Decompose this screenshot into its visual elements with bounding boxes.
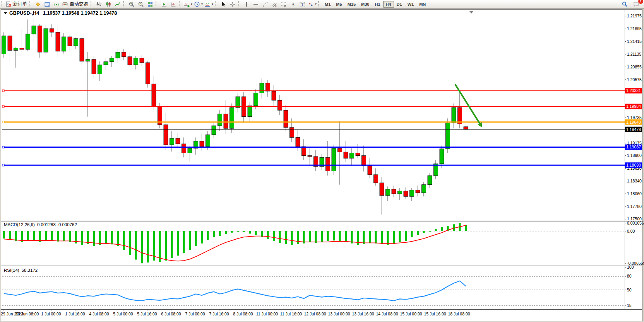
macd-histogram-bar: [159, 231, 161, 262]
macd-histogram-bar: [315, 231, 317, 243]
vertical-line-button[interactable]: [242, 0, 251, 8]
toolbar-grip: [1, 1, 3, 7]
rsi-axis-label: 100: [627, 265, 634, 269]
time-axis-label: 15 Jul 00:00: [400, 312, 422, 316]
chevron-down-icon[interactable]: ▾: [191, 2, 192, 6]
price-tick-label: 1.17780: [627, 204, 642, 209]
time-axis-label: 30 Jun 08:00: [15, 312, 39, 316]
signals-button[interactable]: [52, 0, 61, 8]
period-button-h1[interactable]: H1: [372, 1, 383, 8]
period-button-h4[interactable]: H4: [383, 1, 394, 8]
zoom-out-button[interactable]: [136, 0, 146, 8]
market-watch-button[interactable]: [33, 0, 43, 8]
bar-chart-button[interactable]: [94, 0, 104, 8]
bull-candle: [188, 148, 192, 153]
bear-candle: [80, 39, 84, 61]
bear-candle: [326, 157, 330, 171]
macd-histogram-bar: [291, 231, 293, 245]
chevron-down-icon[interactable]: ▾: [212, 2, 213, 6]
bull-candle: [422, 185, 426, 193]
bull-candle: [410, 190, 414, 196]
macd-histogram-bar: [189, 231, 191, 250]
toolbar-group: 新订单: [5, 0, 29, 8]
indicators-button[interactable]: ▾: [183, 0, 193, 8]
bull-candle: [86, 60, 90, 61]
toolbar-grip: [91, 1, 93, 7]
chevron-down-icon[interactable]: ▾: [315, 2, 317, 6]
new-order-icon: [5, 1, 12, 7]
fibonacci-button[interactable]: F: [279, 0, 288, 8]
new-order-button[interactable]: 新订单: [5, 0, 29, 8]
bear-candle: [50, 29, 54, 32]
time-axis-label: 7 Jul 00:00: [185, 312, 205, 316]
bull-candle: [260, 83, 264, 93]
zoom-in-button[interactable]: [127, 0, 136, 8]
line-chart-button[interactable]: [113, 0, 122, 8]
macd-histogram-bar: [381, 231, 383, 244]
macd-histogram-bar: [93, 231, 95, 246]
autotrading-icon: [62, 1, 68, 7]
toolbar-group: [159, 0, 178, 8]
text-button[interactable]: A: [288, 0, 298, 8]
bull-candle: [44, 29, 48, 52]
bear-candle: [140, 58, 144, 63]
period-button-m30[interactable]: M30: [358, 1, 372, 8]
trendline-button[interactable]: [260, 0, 270, 8]
horizontal-line-button[interactable]: [251, 0, 260, 8]
search-button[interactable]: [620, 0, 629, 8]
notifications-button[interactable]: 1: [632, 0, 641, 8]
zoom-in-icon: [128, 1, 135, 7]
chevron-down-icon[interactable]: ▾: [201, 2, 203, 6]
chart-symbol-ohlc: GBPUSD-,H41.19537 1.19548 1.19472 1.1947…: [9, 10, 117, 16]
toolbar-group: [127, 0, 155, 8]
crosshair-button[interactable]: [228, 0, 237, 8]
data-window-button[interactable]: [43, 0, 52, 8]
period-button-m1[interactable]: M1: [322, 1, 333, 8]
bull-candle: [440, 149, 444, 164]
bear-candle: [122, 52, 126, 57]
bear-candle: [224, 114, 228, 129]
macd-histogram-bar: [219, 231, 221, 236]
bear-candle: [416, 190, 420, 193]
toolbar-group: ▾▾▾: [183, 0, 214, 8]
autotrading-button[interactable]: 自动交易: [61, 0, 90, 8]
cursor-button[interactable]: [219, 0, 228, 8]
macd-histogram-bar: [375, 231, 377, 244]
tiles-icon: [147, 1, 153, 7]
macd-histogram-bar: [27, 231, 29, 241]
time-axis-label: 13 Jul 16:00: [352, 312, 374, 316]
chart-bars-icon: [96, 1, 102, 7]
auto-scroll-button[interactable]: [159, 0, 169, 8]
toolbar-group: [219, 0, 237, 8]
equidistant-channel-button[interactable]: E: [270, 0, 279, 8]
time-axis-label: 11 Jul 00:00: [256, 312, 278, 316]
macd-histogram-bar: [207, 231, 209, 240]
bull-candle: [116, 52, 120, 58]
templates-button[interactable]: ▾: [204, 0, 214, 8]
toolbar-group: EFAT▾: [242, 0, 317, 8]
macd-histogram-bar: [345, 231, 347, 242]
notification-badge: 1: [638, 0, 644, 4]
chart-shift-button[interactable]: [169, 0, 178, 8]
bear-candle: [308, 156, 312, 157]
time-axis-label: 13 Jul 00:00: [328, 312, 350, 316]
macd-histogram-bar: [213, 231, 215, 237]
period-button-mn[interactable]: MN: [416, 1, 428, 8]
tile-windows-button[interactable]: [146, 0, 155, 8]
periods-menu-button[interactable]: ▾: [193, 0, 204, 8]
arrows-button[interactable]: ▾: [307, 0, 317, 8]
bull-candle: [2, 36, 6, 54]
macd-histogram-bar: [201, 231, 203, 244]
macd-histogram-bar: [285, 231, 287, 244]
macd-histogram-bar: [393, 231, 395, 244]
price-label: 1.19478: [626, 127, 641, 132]
text-label-button[interactable]: T: [298, 0, 307, 8]
macd-histogram-bar: [51, 231, 53, 240]
period-button-m5[interactable]: M5: [333, 1, 344, 8]
bull-candle: [452, 107, 456, 123]
bear-candle: [296, 138, 300, 147]
period-button-d1[interactable]: D1: [394, 1, 405, 8]
candlestick-chart-button[interactable]: [104, 0, 113, 8]
period-button-m15[interactable]: M15: [345, 1, 358, 8]
period-button-w1[interactable]: W1: [405, 1, 417, 8]
